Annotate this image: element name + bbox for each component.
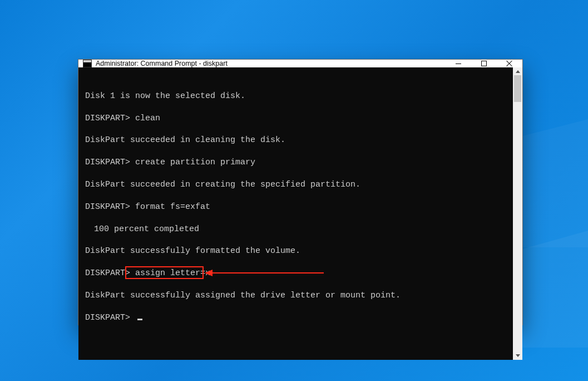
- prompt: DISKPART>: [85, 313, 135, 323]
- prompt-line: DISKPART>: [85, 312, 506, 324]
- scrollbar-thumb[interactable]: [514, 75, 521, 102]
- prompt: DISKPART>: [85, 268, 135, 278]
- minimize-button[interactable]: [446, 60, 471, 67]
- scroll-down-icon[interactable]: [516, 354, 520, 357]
- output-line: DiskPart successfully assigned the drive…: [85, 290, 506, 301]
- output-line: DiskPart succeeded in creating the speci…: [85, 179, 506, 190]
- output-line: 100 percent completed: [85, 224, 506, 235]
- output-line: DiskPart successfully formatted the volu…: [85, 246, 506, 257]
- prompt: DISKPART>: [85, 202, 135, 212]
- cmd-icon: [83, 60, 92, 67]
- maximize-button[interactable]: [471, 60, 497, 67]
- command-text-highlighted: assign letter=x: [135, 268, 210, 278]
- prompt: DISKPART>: [85, 158, 135, 167]
- window-title: Administrator: Command Prompt - diskpart: [96, 60, 446, 67]
- output-line: Disk 1 is now the selected disk.: [85, 91, 506, 102]
- vertical-scrollbar[interactable]: [513, 67, 522, 360]
- prompt-line: DISKPART> format fs=exfat: [85, 202, 506, 213]
- command-text: format fs=exfat: [135, 202, 210, 212]
- console-area: Disk 1 is now the selected disk.DISKPART…: [78, 67, 522, 360]
- command-text: create partition primary: [135, 158, 255, 167]
- caption-buttons: [446, 60, 522, 67]
- command-text: clean: [135, 114, 160, 123]
- prompt-line: DISKPART> assign letter=x: [85, 268, 506, 279]
- prompt: DISKPART>: [85, 114, 135, 123]
- close-button[interactable]: [497, 60, 522, 67]
- prompt-line: DISKPART> clean: [85, 113, 506, 124]
- scroll-up-icon[interactable]: [516, 70, 520, 73]
- command-prompt-window: Administrator: Command Prompt - diskpart…: [78, 59, 523, 325]
- console-output[interactable]: Disk 1 is now the selected disk.DISKPART…: [78, 67, 513, 360]
- output-line: DiskPart succeeded in cleaning the disk.: [85, 135, 506, 146]
- window-titlebar[interactable]: Administrator: Command Prompt - diskpart: [78, 60, 522, 67]
- cursor: [137, 319, 142, 320]
- prompt-line: DISKPART> create partition primary: [85, 157, 506, 168]
